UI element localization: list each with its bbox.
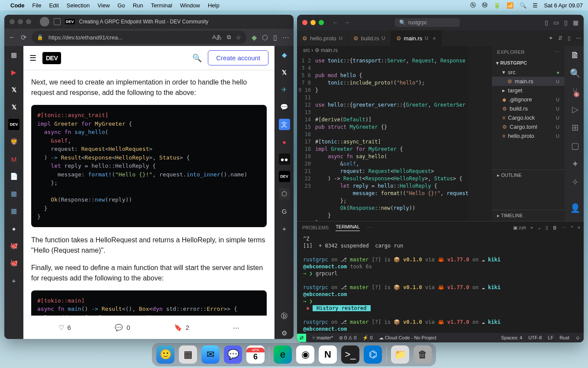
create-account-button[interactable]: Create account [208,50,268,65]
browser-titlebar[interactable]: DEV Creating A GRPC Endpoint With Rust -… [4,15,294,29]
account-icon[interactable]: 👤 [570,203,581,213]
nav-back[interactable]: ← [333,19,339,26]
workspace-root[interactable]: ▾ RUSTGRPC [492,59,565,68]
gmail-pin[interactable]: M [8,153,19,165]
menu-selection[interactable]: Selection [67,2,90,9]
trash[interactable]: 🗑 [414,345,432,364]
menu-edit[interactable]: Edit [49,2,58,9]
terminal[interactable]: ^Z [1] + 8342 suspended cargo run rustgr… [297,234,584,333]
extensions-icon[interactable]: ⬡ [262,33,268,42]
file-cargo-lock[interactable]: ≡ Cargo.lockU [492,113,565,122]
code-content[interactable]: use tonic::{transport::Server, Request, … [315,46,468,221]
x-side-icon[interactable]: 𝕏 [279,67,290,78]
hamburger-icon[interactable]: ☰ [29,53,36,63]
file-gitignore[interactable]: ◆ .gitignoreU [492,95,565,104]
search-icon[interactable]: 🔍 [570,68,581,78]
source-control-icon[interactable]: ⑂ [572,86,578,96]
doc-pin[interactable]: 📄 [8,171,19,182]
menu-terminal[interactable]: Terminal [151,2,172,9]
extra-icon[interactable]: ✧ [572,177,579,187]
vscode-app[interactable]: ⌬ [364,345,382,364]
copilot-side-icon[interactable]: ◆ [279,49,290,61]
menu-file[interactable]: File [32,2,42,9]
branch-status[interactable]: ⑂ master* [312,335,333,340]
comment-button[interactable]: 💬 0 [115,324,130,332]
gear-icon[interactable]: ⚙ [279,328,290,339]
wifi-icon[interactable]: 📶 [507,2,514,9]
app-menu[interactable]: Code [10,2,25,9]
profile-icon[interactable] [40,17,49,26]
back-button[interactable]: ← [9,33,16,41]
dev-logo[interactable]: DEV [42,52,61,64]
battery-icon[interactable]: 🔋 [494,2,501,9]
layout-left-icon[interactable]: ▯ [545,19,548,26]
copilot-icon[interactable]: ◆ [252,33,257,42]
remote-icon[interactable]: ▢ [571,140,579,151]
more-icon[interactable]: ⋯ [555,49,560,55]
port-status[interactable]: ⚡ 0 [362,335,372,341]
github-pin[interactable]: 🐙 [8,240,19,251]
tab-build-rs[interactable]: ⚙build.rs U [348,30,391,46]
discord-app[interactable]: 💬 [224,345,242,364]
refresh-button[interactable]: ⟳ [21,33,26,42]
ytmusic-icon[interactable]: ● [279,136,290,147]
chatgpt-icon[interactable]: ⬡ [279,188,290,199]
bing-side-icon[interactable]: ⓑ [279,310,290,322]
github-pin-2[interactable]: 🐙 [8,257,19,269]
calendar-app[interactable]: APR6 [246,345,265,364]
finder-app[interactable]: 🙂 [156,345,174,364]
app-status-icon[interactable]: Ⓜ [482,1,488,9]
terminal-app[interactable]: >_ [341,345,359,364]
panel-more-icon[interactable]: ⋯ [562,225,566,231]
panel-more[interactable]: ⋯ [367,225,372,231]
folder-src[interactable]: ▾ src● [492,68,565,77]
language-status[interactable]: Rust [559,335,569,340]
outline-section[interactable]: ▸ OUTLINE [492,169,565,181]
workspaces-icon[interactable] [54,18,61,25]
add-tab[interactable]: + [8,275,19,286]
nav-forward[interactable]: → [344,19,350,26]
notion-app[interactable]: N [319,345,337,364]
sparkle-icon[interactable]: ✦ [549,35,553,41]
whatsapp-icon[interactable]: 💬 [279,101,290,113]
breadcrumb[interactable]: src › ⚙ main.rs [297,46,492,55]
code-editor[interactable]: src › ⚙ main.rs 1 2 3 4 5 6 7 8 9 10 11 … [297,46,492,221]
favorite-icon[interactable]: ☆ [236,34,241,41]
traffic-lights[interactable] [302,20,324,25]
read-aloud-icon[interactable]: Aあ [212,33,222,41]
vscode-titlebar[interactable]: ← → 🔍 rustgrpc ▯ ▭ ▯ ▦ [297,15,584,30]
ms-pin[interactable]: ▦ [8,188,19,199]
diff-icon[interactable]: ⇵ [558,35,562,41]
address-bar[interactable]: 🔒 https://dev.to/ethand91/crea... Aあ ⧉ ☆ [32,31,246,44]
close-icon[interactable]: × [433,35,436,42]
tabs-icon[interactable]: ▦ [8,49,19,61]
ai-icon[interactable]: ✦ [572,159,579,169]
mail-app[interactable]: ✉ [201,345,220,364]
new-terminal-icon[interactable]: + [530,225,533,230]
menu-help[interactable]: Help [208,2,220,9]
google-icon[interactable]: G [279,205,290,217]
translate-icon[interactable]: 文 [279,119,290,130]
terminal-tab[interactable]: TERMINAL [336,224,360,231]
control-center-icon[interactable]: ☰ [533,2,538,9]
meet-pin[interactable]: ● [8,223,19,234]
folder-target[interactable]: ▸ target [492,86,565,95]
x-pin[interactable]: 𝕏 [8,84,19,95]
devto-icon[interactable]: DEV [279,171,290,182]
tab-hello-proto[interactable]: ⚙hello.proto U [297,30,348,46]
brave-pin[interactable]: 🦁 [8,136,19,147]
cloud-code-status[interactable]: ☁ Cloud Code - No Project [379,335,436,341]
split-terminal-icon[interactable]: ▯ [546,225,548,231]
feedback-icon[interactable]: ☺ [575,335,580,340]
command-center[interactable]: 🔍 rustgrpc [395,18,460,27]
file-build-rs[interactable]: ⚙ build.rsU [492,104,565,113]
extensions-icon[interactable]: ⊞ [572,122,579,133]
split-icon[interactable]: ▯ [273,33,277,42]
close-panel-icon[interactable]: × [578,225,580,230]
like-button[interactable]: ♡ 6 [58,324,71,332]
edge-app[interactable]: e [274,345,292,364]
menu-window[interactable]: Window [180,2,200,9]
spotlight-icon[interactable]: 🔍 [520,2,527,9]
clock[interactable]: Sat 6 Apr 09.07 [544,2,583,9]
youtube-pin[interactable]: ▶ [8,67,19,78]
